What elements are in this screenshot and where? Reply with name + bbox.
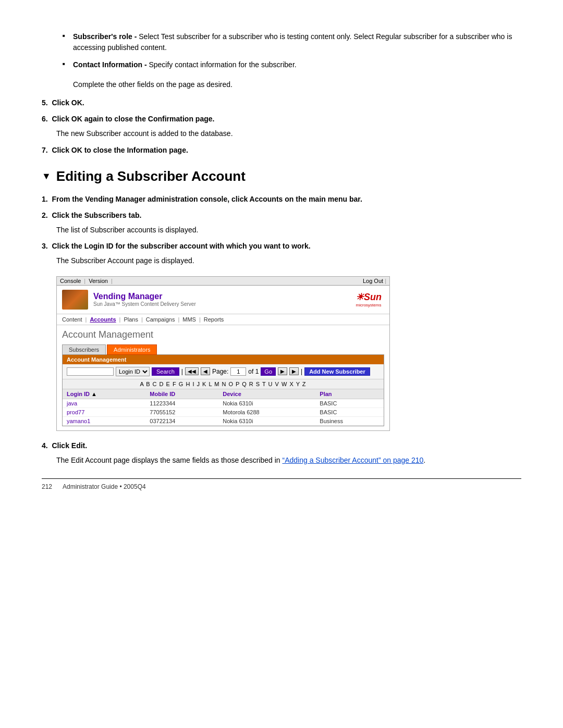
subscriber-account-link[interactable]: “Adding a Subscriber Account” on page 21… xyxy=(282,456,423,464)
bullet-text-2: Specify contact information for the subs… xyxy=(147,60,297,69)
table-head: Login ID ▲ Mobile ID Device Plan xyxy=(63,389,384,399)
logout-area: Log Out | xyxy=(363,278,386,284)
go-button[interactable]: Go xyxy=(261,367,276,376)
tabs-row: Subscribers Administrators xyxy=(62,344,384,355)
version-link[interactable]: Version xyxy=(89,278,108,284)
menu-accounts[interactable]: Accounts xyxy=(90,316,116,323)
cell-mobile-prod77: 77055152 xyxy=(145,408,218,416)
bullet-list: Subscriber's role - Select Test subscrib… xyxy=(63,31,521,70)
page-title: Account Management xyxy=(62,329,384,340)
search-input[interactable] xyxy=(67,367,114,376)
next-page-button-2[interactable]: ▶ xyxy=(289,367,299,375)
top-nav-left: Console | Version | xyxy=(60,278,113,284)
tab-administrators[interactable]: Administrators xyxy=(107,344,157,355)
triangle-icon: ▼ xyxy=(42,171,51,182)
sun-logo: ☀Sun microsystems xyxy=(353,291,384,308)
cell-plan-prod77: BASIC xyxy=(315,408,384,416)
step-7: 7. Click OK to close the Information pag… xyxy=(42,145,521,156)
step-6: 6. Click OK again to close the Confirmat… xyxy=(42,114,521,125)
app-logo xyxy=(62,290,88,310)
search-button[interactable]: Search xyxy=(152,367,179,376)
step-3-body: The Subscriber Account page is displayed… xyxy=(56,255,521,266)
step-3: 3. Click the Login ID for the subscriber… xyxy=(42,241,521,252)
main-menu: Content | Accounts | Plans | Campaigns |… xyxy=(57,314,389,325)
sun-logo-text: ☀Sun xyxy=(356,291,382,303)
col-device: Device xyxy=(218,389,315,399)
col-login-id: Login ID ▲ xyxy=(63,389,145,399)
cell-device-yamano1: Nokia 6310i xyxy=(218,416,315,425)
of-label: of 1 xyxy=(248,368,259,375)
step-6-body: The new Subscriber account is added to t… xyxy=(56,128,521,139)
cell-login-yamano1: yamano1 xyxy=(63,416,145,425)
table-row: prod77 77055152 Motorola 6288 BASIC xyxy=(63,408,384,416)
col-plan: Plan xyxy=(315,389,384,399)
guide-label: Administrator Guide • 2005Q4 xyxy=(63,483,146,490)
app-subtitle: Sun Java™ System Content Delivery Server xyxy=(93,301,196,307)
menu-reports[interactable]: Reports xyxy=(204,316,224,323)
menu-campaigns[interactable]: Campaigns xyxy=(146,316,175,323)
menu-sep-4: | xyxy=(178,316,179,323)
table-body: java 11223344 Nokia 6310i BASIC prod77 7… xyxy=(63,399,384,425)
screenshot: Console | Version | Log Out | Vending Ma… xyxy=(56,276,390,431)
cell-mobile-java: 11223344 xyxy=(145,399,218,408)
search-separator-2: | xyxy=(301,368,302,375)
menu-sep-2: | xyxy=(119,316,121,323)
section-heading: ▼ Editing a Subscriber Account xyxy=(42,168,521,184)
step-4-body: The Edit Account page displays the same … xyxy=(56,454,521,466)
app-header-left: Vending Manager Sun Java™ System Content… xyxy=(62,290,196,310)
app-header: Vending Manager Sun Java™ System Content… xyxy=(57,286,389,314)
login-link-prod77[interactable]: prod77 xyxy=(67,409,84,415)
search-separator: | xyxy=(181,368,183,375)
page-num: 212 xyxy=(42,483,52,490)
menu-plans[interactable]: Plans xyxy=(124,316,138,323)
table-header-row: Login ID ▲ Mobile ID Device Plan xyxy=(63,389,384,399)
page-content: Account Management Subscribers Administr… xyxy=(57,325,389,430)
data-table: Login ID ▲ Mobile ID Device Plan java 11… xyxy=(63,389,384,426)
table-section: Account Management Login ID Search | ◀◀ … xyxy=(62,354,384,426)
tab-subscribers[interactable]: Subscribers xyxy=(62,344,106,355)
cell-device-prod77: Motorola 6288 xyxy=(218,408,315,416)
login-id-select[interactable]: Login ID xyxy=(116,367,150,376)
cell-plan-java: BASIC xyxy=(315,399,384,408)
first-page-button[interactable]: ◀◀ xyxy=(185,367,199,375)
logout-link[interactable]: Log Out xyxy=(363,278,383,284)
bullet-text-1: Select Test subscriber for a subscriber … xyxy=(73,32,512,52)
app-title: Vending Manager xyxy=(93,292,196,301)
next-page-button[interactable]: ▶ xyxy=(278,367,287,375)
cell-login-prod77: prod77 xyxy=(63,408,145,416)
add-subscriber-button[interactable]: Add New Subscriber xyxy=(304,367,370,376)
sort-arrow-icon: ▲ xyxy=(91,391,97,397)
cell-plan-yamano1: Business xyxy=(315,416,384,425)
col-mobile-id: Mobile ID xyxy=(145,389,218,399)
table-row: yamano1 03722134 Nokia 6310i Business xyxy=(63,416,384,425)
nav-separator-3: | xyxy=(385,278,386,284)
step-2-body: The list of Subscriber accounts is displ… xyxy=(56,224,521,236)
menu-sep-1: | xyxy=(85,316,87,323)
step-5: 5. Click OK. xyxy=(42,97,521,108)
prev-page-button[interactable]: ◀ xyxy=(201,367,210,375)
bullet-item-2: Contact Information - Specify contact in… xyxy=(63,59,521,70)
alphabet-nav: A B C D E F G H I J K L M N O P Q R S T … xyxy=(63,379,384,389)
menu-mms[interactable]: MMS xyxy=(182,316,196,323)
sun-logo-tagline: microsystems xyxy=(356,303,382,307)
menu-sep-5: | xyxy=(199,316,201,323)
menu-sep-3: | xyxy=(141,316,143,323)
login-link-java[interactable]: java xyxy=(67,400,77,406)
table-header-bar: Account Management xyxy=(63,355,384,364)
app-title-block: Vending Manager Sun Java™ System Content… xyxy=(93,292,196,307)
step-1: 1. From the Vending Manager administrati… xyxy=(42,194,521,205)
cell-device-java: Nokia 6310i xyxy=(218,399,315,408)
table-row: java 11223344 Nokia 6310i BASIC xyxy=(63,399,384,408)
bullet-label-1: Subscriber's role - xyxy=(73,32,137,41)
menu-content[interactable]: Content xyxy=(62,316,82,323)
page-input[interactable] xyxy=(230,367,246,376)
step-2: 2. Click the Subscribers tab. xyxy=(42,210,521,221)
console-link[interactable]: Console xyxy=(60,278,81,284)
cell-mobile-yamano1: 03722134 xyxy=(145,416,218,425)
nav-separator-2: | xyxy=(111,278,113,284)
top-nav: Console | Version | Log Out | xyxy=(57,277,389,286)
bullet-label-2: Contact Information - xyxy=(73,60,147,69)
login-link-yamano1[interactable]: yamano1 xyxy=(67,418,90,424)
alphabet-links: A B C D E F G H I J K L M N O P Q R S T … xyxy=(140,381,306,387)
footer: 212 Administrator Guide • 2005Q4 xyxy=(42,478,521,490)
